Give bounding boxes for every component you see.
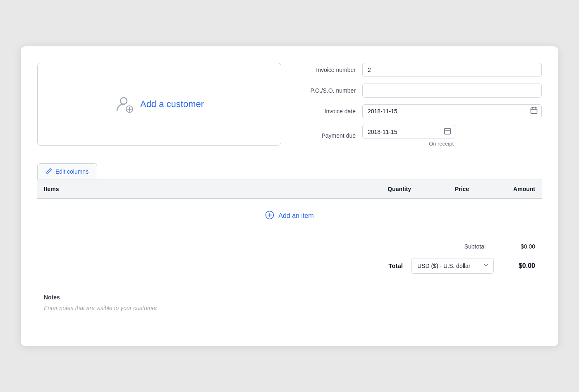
edit-columns-label: Edit columns (55, 168, 89, 175)
invoice-number-input[interactable] (362, 63, 542, 77)
notes-label: Notes (44, 294, 535, 301)
invoice-number-row: Invoice number (298, 63, 542, 77)
currency-select[interactable]: USD ($) - U.S. dollar EUR (€) - Euro GBP… (411, 258, 494, 274)
subtotal-label: Subtotal (464, 243, 486, 250)
customer-section: Add a customer (37, 63, 281, 147)
notes-textarea[interactable] (44, 305, 535, 318)
invoice-date-wrapper (362, 104, 542, 118)
add-item-row[interactable]: Add an item (37, 199, 542, 233)
add-customer-button[interactable]: Add a customer (37, 63, 281, 146)
table-header: Items Quantity Price Amount (37, 180, 542, 199)
svg-point-0 (120, 98, 127, 104)
payment-due-input[interactable] (362, 125, 455, 139)
payment-due-wrapper (362, 125, 455, 139)
totals-section: Subtotal $0.00 Total USD ($) - U.S. doll… (37, 233, 542, 284)
invoice-date-label: Invoice date (298, 108, 356, 115)
pencil-icon (46, 168, 52, 175)
po-so-row: P.O./S.O. number (298, 84, 542, 98)
notes-section: Notes (37, 284, 542, 330)
invoice-card: Add a customer Invoice number P.O./S.O. … (21, 46, 558, 346)
invoice-date-row: Invoice date (298, 104, 542, 118)
total-label: Total (388, 262, 403, 269)
edit-columns-button[interactable]: Edit columns (37, 163, 97, 179)
currency-select-wrapper: USD ($) - U.S. dollar EUR (€) - Euro GBP… (411, 258, 494, 274)
invoice-number-label: Invoice number (298, 67, 356, 73)
po-so-label: P.O./S.O. number (298, 87, 356, 94)
person-plus-icon (115, 94, 134, 114)
col-quantity: Quantity (353, 186, 411, 192)
total-value: $0.00 (502, 262, 535, 270)
invoice-fields: Invoice number P.O./S.O. number Invoice … (298, 63, 542, 147)
table-body: Add an item (37, 199, 542, 233)
plus-circle-icon (265, 210, 274, 221)
col-price: Price (411, 186, 469, 192)
add-item-label: Add an item (278, 212, 313, 220)
subtotal-row: Subtotal $0.00 (44, 243, 535, 250)
payment-due-row: Payment due (298, 125, 542, 147)
top-section: Add a customer Invoice number P.O./S.O. … (37, 63, 542, 147)
po-so-input[interactable] (362, 84, 542, 98)
add-customer-label: Add a customer (140, 99, 204, 110)
items-table: Items Quantity Price Amount Add an item (37, 179, 542, 233)
invoice-date-input[interactable] (362, 104, 542, 118)
total-row: Total USD ($) - U.S. dollar EUR (€) - Eu… (44, 258, 535, 274)
on-receipt-text: On receipt (429, 141, 455, 147)
subtotal-value: $0.00 (502, 243, 535, 250)
payment-due-label: Payment due (298, 132, 356, 139)
col-amount: Amount (469, 186, 535, 192)
col-items: Items (44, 186, 353, 192)
